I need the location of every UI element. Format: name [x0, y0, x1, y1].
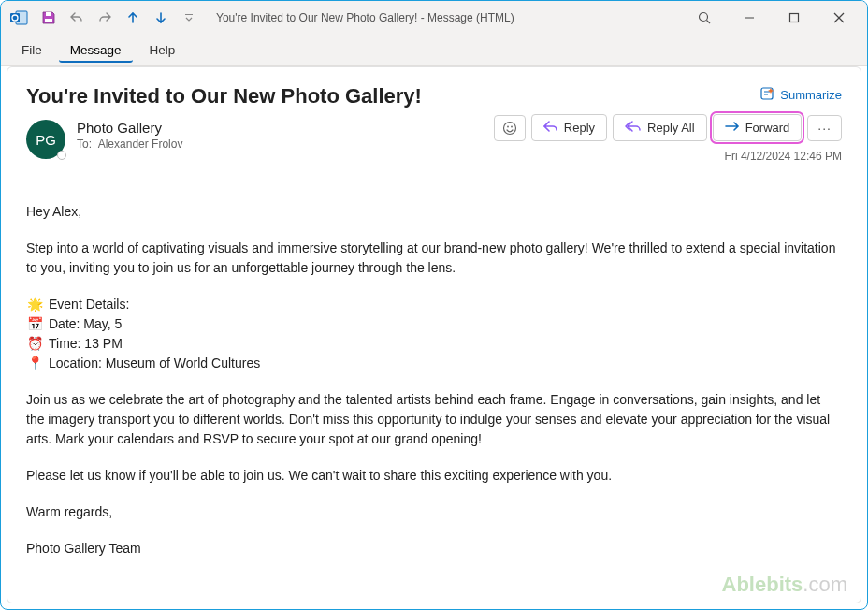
summarize-label: Summarize — [780, 88, 842, 102]
reply-icon — [543, 120, 558, 136]
svg-line-7 — [706, 20, 710, 23]
maximize-button[interactable] — [774, 1, 815, 35]
qat-overflow-button[interactable] — [177, 6, 201, 30]
to-label: To: — [77, 138, 92, 151]
pin-icon: 📍 — [26, 354, 43, 373]
email-subject: You're Invited to Our New Photo Gallery! — [26, 84, 422, 109]
body-greeting: Hey Alex, — [26, 202, 842, 222]
details-location: Location: Museum of World Cultures — [49, 354, 260, 373]
presence-indicator — [57, 151, 66, 160]
summarize-button[interactable]: Summarize — [760, 86, 842, 104]
body-para-3: Please let us know if you'll be able to … — [26, 466, 842, 486]
to-recipient[interactable]: Alexander Frolov — [98, 138, 183, 151]
titlebar: You're Invited to Our New Photo Gallery!… — [1, 1, 867, 35]
redo-button[interactable] — [93, 6, 117, 30]
window-title: You're Invited to Our New Photo Gallery!… — [216, 11, 514, 24]
save-button[interactable] — [36, 6, 61, 30]
watermark: Ablebits.com — [722, 573, 847, 597]
undo-button[interactable] — [65, 6, 89, 30]
from-name[interactable]: Photo Gallery — [77, 120, 182, 136]
svg-point-16 — [507, 125, 509, 127]
outlook-app-icon — [8, 7, 29, 28]
forward-icon — [725, 120, 740, 136]
prev-item-button[interactable] — [121, 6, 145, 30]
close-button[interactable] — [818, 1, 860, 35]
details-title: Event Details: — [49, 295, 129, 314]
reply-button[interactable]: Reply — [531, 114, 607, 141]
svg-rect-5 — [185, 14, 193, 15]
to-line: To: Alexander Frolov — [77, 138, 182, 151]
avatar-initials: PG — [36, 132, 56, 148]
next-item-button[interactable] — [149, 6, 173, 30]
menu-help[interactable]: Help — [138, 37, 187, 63]
svg-rect-4 — [46, 12, 51, 16]
svg-point-6 — [699, 12, 707, 21]
svg-point-15 — [503, 122, 515, 134]
event-details-block: 🌟 Event Details: 📅 Date: May, 5 ⏰ Time: … — [26, 295, 842, 373]
clock-icon: ⏰ — [26, 334, 43, 354]
body-para-2: Join us as we celebrate the art of photo… — [26, 390, 842, 449]
forward-button[interactable]: Forward — [713, 114, 803, 141]
details-time: Time: 13 PM — [49, 334, 123, 354]
body-signature: Photo Gallery Team — [26, 539, 842, 559]
svg-point-17 — [511, 125, 513, 127]
minimize-button[interactable] — [729, 1, 770, 35]
more-actions-button[interactable]: ··· — [807, 115, 842, 141]
summarize-icon — [760, 86, 774, 104]
received-timestamp: Fri 4/12/2024 12:46 PM — [725, 150, 842, 163]
message-body: Hey Alex, Step into a world of captivati… — [26, 202, 842, 559]
forward-label: Forward — [745, 121, 790, 135]
menu-message[interactable]: Message — [59, 37, 133, 63]
search-button[interactable] — [684, 1, 725, 35]
sparkle-icon: 🌟 — [26, 295, 43, 314]
body-intro: Step into a world of captivating visuals… — [26, 239, 842, 278]
react-smile-button[interactable] — [494, 115, 526, 141]
body-closing: Warm regards, — [26, 502, 842, 522]
sender-avatar[interactable]: PG — [26, 120, 65, 159]
reply-label: Reply — [564, 121, 595, 135]
reply-all-button[interactable]: Reply All — [613, 114, 707, 141]
watermark-brand: Ablebits — [722, 573, 803, 596]
menu-file[interactable]: File — [10, 37, 53, 63]
reply-all-label: Reply All — [647, 121, 695, 135]
reply-all-icon — [625, 120, 642, 136]
calendar-icon: 📅 — [26, 314, 43, 334]
message-pane: You're Invited to Our New Photo Gallery!… — [7, 66, 861, 603]
svg-rect-9 — [790, 14, 799, 22]
details-date: Date: May, 5 — [49, 314, 122, 334]
svg-rect-3 — [45, 19, 52, 22]
menubar: File Message Help — [1, 35, 867, 66]
watermark-suffix: .com — [803, 573, 847, 596]
